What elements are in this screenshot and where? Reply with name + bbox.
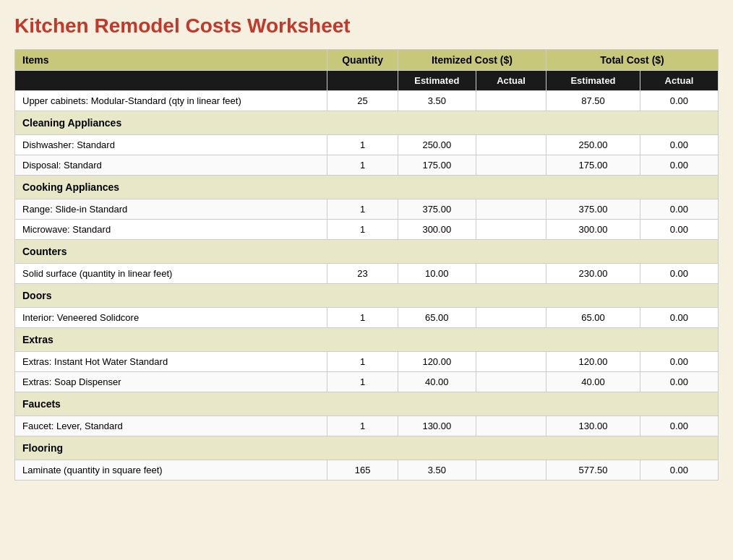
- sub-header-items: [15, 71, 327, 91]
- actual-cell: [476, 220, 546, 240]
- sub-header-total-actual: Actual: [640, 71, 718, 91]
- total-est-cell: 577.50: [546, 460, 640, 481]
- item-cell: Microwave: Standard: [15, 220, 327, 240]
- item-cell: Extras: Soap Dispenser: [15, 372, 327, 392]
- col-header-quantity: Quantity: [327, 50, 398, 71]
- total-actual-cell: 0.00: [640, 460, 718, 481]
- table-row: Range: Slide-in Standard1375.00375.000.0…: [15, 199, 719, 220]
- est-cell: 3.50: [398, 460, 476, 481]
- sub-header-actual: Actual: [476, 71, 546, 91]
- est-cell: 130.00: [398, 416, 476, 436]
- actual-cell: [476, 199, 546, 220]
- item-cell: Faucet: Lever, Standard: [15, 416, 327, 436]
- total-est-cell: 175.00: [546, 155, 640, 176]
- item-cell: Laminate (quantity in square feet): [15, 460, 327, 481]
- qty-cell: 1: [327, 352, 398, 372]
- category-row: Flooring: [15, 436, 719, 460]
- est-cell: 3.50: [398, 91, 476, 111]
- total-actual-cell: 0.00: [640, 91, 718, 111]
- col-header-totalcost: Total Cost ($): [546, 50, 719, 71]
- item-cell: Interior: Veneered Solidcore: [15, 308, 327, 328]
- actual-cell: [476, 352, 546, 372]
- total-actual-cell: 0.00: [640, 352, 718, 372]
- col-header-itemized: Itemized Cost ($): [398, 50, 546, 71]
- actual-cell: [476, 264, 546, 284]
- table-row: Microwave: Standard1300.00300.000.00: [15, 220, 719, 240]
- category-label: Faucets: [15, 392, 719, 416]
- table-header-main: Items Quantity Itemized Cost ($) Total C…: [15, 50, 719, 71]
- qty-cell: 1: [327, 308, 398, 328]
- table-body: Upper cabinets: Modular-Standard (qty in…: [15, 91, 719, 481]
- category-row: Doors: [15, 284, 719, 308]
- total-actual-cell: 0.00: [640, 220, 718, 240]
- total-est-cell: 40.00: [546, 372, 640, 392]
- category-label: Cleaning Appliances: [15, 111, 719, 135]
- table-row: Interior: Veneered Solidcore165.0065.000…: [15, 308, 719, 328]
- category-label: Counters: [15, 240, 719, 264]
- est-cell: 120.00: [398, 352, 476, 372]
- table-row: Upper cabinets: Modular-Standard (qty in…: [15, 91, 719, 111]
- total-actual-cell: 0.00: [640, 416, 718, 436]
- category-label: Extras: [15, 328, 719, 352]
- total-est-cell: 230.00: [546, 264, 640, 284]
- total-actual-cell: 0.00: [640, 264, 718, 284]
- actual-cell: [476, 91, 546, 111]
- category-row: Cooking Appliances: [15, 176, 719, 199]
- category-row: Cleaning Appliances: [15, 111, 719, 135]
- total-actual-cell: 0.00: [640, 372, 718, 392]
- qty-cell: 25: [327, 91, 398, 111]
- qty-cell: 1: [327, 220, 398, 240]
- item-cell: Extras: Instant Hot Water Standard: [15, 352, 327, 372]
- total-est-cell: 250.00: [546, 135, 640, 155]
- est-cell: 40.00: [398, 372, 476, 392]
- est-cell: 10.00: [398, 264, 476, 284]
- page-title: Kitchen Remodel Costs Worksheet: [14, 14, 719, 38]
- worksheet-table: Items Quantity Itemized Cost ($) Total C…: [14, 49, 719, 481]
- category-row: Counters: [15, 240, 719, 264]
- est-cell: 375.00: [398, 199, 476, 220]
- col-header-items: Items: [15, 50, 327, 71]
- table-row: Extras: Instant Hot Water Standard1120.0…: [15, 352, 719, 372]
- item-cell: Upper cabinets: Modular-Standard (qty in…: [15, 91, 327, 111]
- qty-cell: 1: [327, 155, 398, 176]
- actual-cell: [476, 372, 546, 392]
- table-row: Disposal: Standard1175.00175.000.00: [15, 155, 719, 176]
- actual-cell: [476, 460, 546, 481]
- est-cell: 65.00: [398, 308, 476, 328]
- sub-header-qty: [327, 71, 398, 91]
- table-row: Extras: Soap Dispenser140.0040.000.00: [15, 372, 719, 392]
- table-row: Dishwasher: Standard1250.00250.000.00: [15, 135, 719, 155]
- category-row: Extras: [15, 328, 719, 352]
- item-cell: Disposal: Standard: [15, 155, 327, 176]
- total-est-cell: 300.00: [546, 220, 640, 240]
- qty-cell: 1: [327, 416, 398, 436]
- total-actual-cell: 0.00: [640, 135, 718, 155]
- qty-cell: 23: [327, 264, 398, 284]
- table-row: Laminate (quantity in square feet)1653.5…: [15, 460, 719, 481]
- actual-cell: [476, 416, 546, 436]
- total-est-cell: 87.50: [546, 91, 640, 111]
- actual-cell: [476, 135, 546, 155]
- table-row: Faucet: Lever, Standard1130.00130.000.00: [15, 416, 719, 436]
- total-est-cell: 65.00: [546, 308, 640, 328]
- est-cell: 250.00: [398, 135, 476, 155]
- qty-cell: 1: [327, 372, 398, 392]
- category-label: Flooring: [15, 436, 719, 460]
- sub-header-estimated: Estimated: [398, 71, 476, 91]
- table-row: Solid surface (quantity in linear feet)2…: [15, 264, 719, 284]
- item-cell: Dishwasher: Standard: [15, 135, 327, 155]
- est-cell: 300.00: [398, 220, 476, 240]
- est-cell: 175.00: [398, 155, 476, 176]
- table-header-sub: Estimated Actual Estimated Actual: [15, 71, 719, 91]
- total-actual-cell: 0.00: [640, 155, 718, 176]
- total-actual-cell: 0.00: [640, 199, 718, 220]
- actual-cell: [476, 308, 546, 328]
- total-est-cell: 375.00: [546, 199, 640, 220]
- item-cell: Solid surface (quantity in linear feet): [15, 264, 327, 284]
- category-label: Cooking Appliances: [15, 176, 719, 199]
- category-label: Doors: [15, 284, 719, 308]
- total-est-cell: 120.00: [546, 352, 640, 372]
- total-est-cell: 130.00: [546, 416, 640, 436]
- actual-cell: [476, 155, 546, 176]
- qty-cell: 165: [327, 460, 398, 481]
